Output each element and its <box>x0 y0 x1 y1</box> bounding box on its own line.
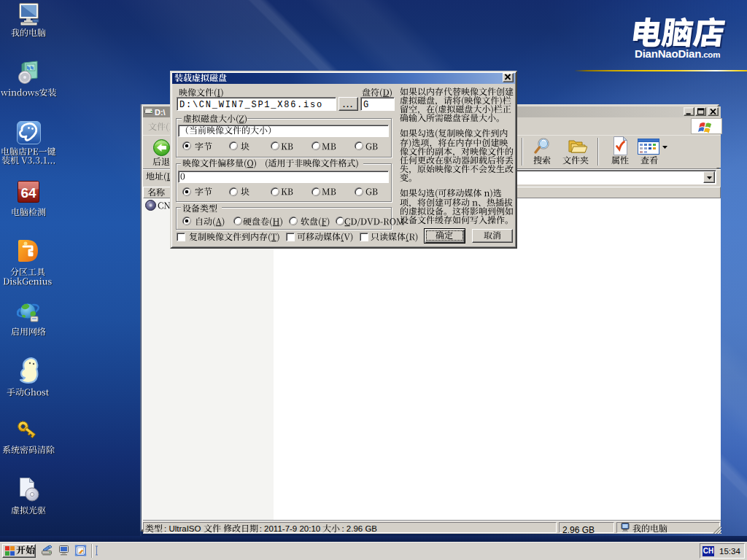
svg-text:64: 64 <box>20 185 36 201</box>
